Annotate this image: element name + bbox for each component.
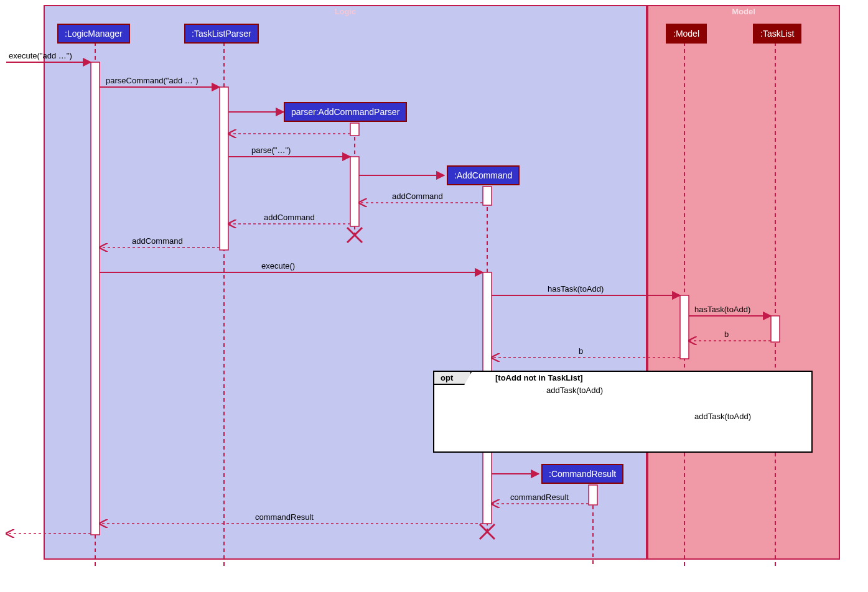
msg-execute2: execute() — [261, 261, 295, 271]
destroy-addcommand — [480, 524, 495, 539]
participant-logicmanager: :LogicManager — [57, 24, 130, 44]
opt-label: opt — [434, 372, 472, 385]
msg-addcommand-3: addCommand — [132, 236, 183, 246]
msg-hastask-2: hasTask(toAdd) — [694, 305, 750, 314]
msg-parse: parse("…") — [251, 146, 291, 155]
msg-addtask-1: addTask(toAdd) — [546, 386, 603, 395]
participant-model: :Model — [666, 24, 707, 44]
diagram-svg — [0, 0, 868, 592]
msg-addcommand-2: addCommand — [264, 213, 315, 222]
msg-b-2: b — [579, 346, 583, 356]
msg-commandresult-2: commandResult — [255, 512, 314, 522]
activation-addcommandparser-2 — [350, 157, 359, 226]
activation-commandresult — [589, 485, 597, 505]
participant-addcommand: :AddCommand — [447, 165, 520, 185]
msg-execute: execute("add …") — [9, 51, 72, 60]
msg-commandresult-1: commandResult — [510, 493, 569, 502]
activation-model-1 — [680, 295, 689, 359]
msg-addcommand-1: addCommand — [392, 192, 443, 201]
opt-guard: [toAdd not in TaskList] — [495, 373, 583, 382]
participant-commandresult: :CommandResult — [541, 464, 623, 484]
activation-addcommandparser-1 — [350, 123, 359, 136]
activation-tasklistparser — [220, 87, 228, 250]
sequence-diagram: Logic Model — [0, 0, 868, 592]
participant-tasklistparser: :TaskListParser — [184, 24, 259, 44]
activation-addcommand-1 — [483, 187, 492, 205]
participant-tasklist: :TaskList — [753, 24, 801, 44]
participant-addcommandparser: parser:AddCommandParser — [284, 102, 407, 122]
destroy-addcommandparser — [347, 228, 362, 243]
msg-parsecommand: parseCommand("add …") — [106, 76, 198, 85]
msg-b-1: b — [724, 330, 729, 339]
activation-logicmanager — [91, 62, 100, 535]
msg-addtask-2: addTask(toAdd) — [694, 412, 751, 421]
activation-tasklist-1 — [771, 316, 780, 342]
msg-hastask-1: hasTask(toAdd) — [548, 284, 604, 294]
opt-fragment: opt [toAdd not in TaskList] — [433, 371, 813, 453]
